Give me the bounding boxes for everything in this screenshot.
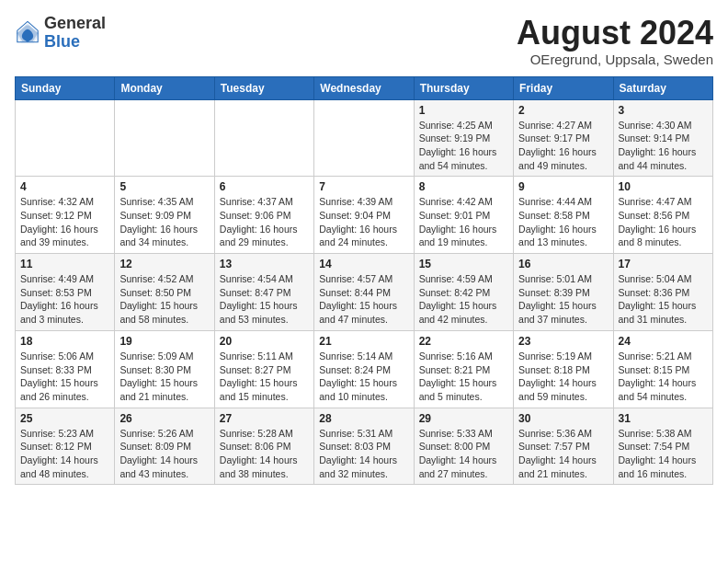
- calendar-cell: [115, 99, 214, 177]
- calendar-cell: 11Sunrise: 4:49 AM Sunset: 8:53 PM Dayli…: [16, 254, 115, 331]
- day-number: 18: [20, 335, 109, 348]
- day-number: 11: [20, 258, 109, 270]
- weekday-header-saturday: Saturday: [613, 76, 712, 99]
- calendar-cell: [16, 99, 115, 177]
- calendar-subtitle: OEregrund, Uppsala, Sweden: [517, 52, 713, 67]
- calendar-table: SundayMondayTuesdayWednesdayThursdayFrid…: [15, 76, 713, 486]
- calendar-cell: 25Sunrise: 5:23 AM Sunset: 8:12 PM Dayli…: [16, 408, 115, 485]
- day-info: Sunrise: 5:33 AM Sunset: 8:00 PM Dayligh…: [419, 427, 508, 481]
- day-info: Sunrise: 5:04 AM Sunset: 8:36 PM Dayligh…: [619, 272, 708, 327]
- day-number: 8: [419, 180, 508, 193]
- day-number: 31: [619, 412, 708, 425]
- day-info: Sunrise: 5:23 AM Sunset: 8:12 PM Dayligh…: [20, 427, 109, 481]
- day-info: Sunrise: 4:54 AM Sunset: 8:47 PM Dayligh…: [220, 272, 309, 327]
- day-number: 3: [619, 104, 708, 117]
- logo-general: General: [44, 15, 106, 33]
- logo-icon: [15, 20, 40, 46]
- day-number: 4: [20, 180, 109, 193]
- week-row-2: 4Sunrise: 4:32 AM Sunset: 9:12 PM Daylig…: [16, 177, 713, 254]
- day-number: 23: [518, 335, 608, 348]
- day-number: 22: [419, 335, 508, 348]
- day-number: 9: [518, 180, 608, 193]
- day-number: 25: [20, 412, 109, 425]
- weekday-header-thursday: Thursday: [414, 76, 513, 99]
- title-block: August 2024 OEregrund, Uppsala, Sweden: [517, 15, 713, 67]
- day-info: Sunrise: 4:27 AM Sunset: 9:17 PM Dayligh…: [518, 119, 608, 173]
- weekday-header-friday: Friday: [514, 76, 613, 99]
- week-row-3: 11Sunrise: 4:49 AM Sunset: 8:53 PM Dayli…: [16, 254, 713, 331]
- week-row-1: 1Sunrise: 4:25 AM Sunset: 9:19 PM Daylig…: [16, 99, 713, 177]
- day-info: Sunrise: 4:25 AM Sunset: 9:19 PM Dayligh…: [419, 119, 508, 173]
- day-info: Sunrise: 5:09 AM Sunset: 8:30 PM Dayligh…: [119, 350, 209, 404]
- day-number: 16: [518, 258, 608, 270]
- page-header: General Blue August 2024 OEregrund, Upps…: [15, 15, 713, 67]
- calendar-cell: 31Sunrise: 5:38 AM Sunset: 7:54 PM Dayli…: [613, 408, 712, 485]
- day-info: Sunrise: 4:44 AM Sunset: 8:58 PM Dayligh…: [518, 195, 608, 249]
- day-number: 12: [119, 258, 209, 270]
- day-number: 6: [220, 180, 309, 193]
- calendar-cell: 19Sunrise: 5:09 AM Sunset: 8:30 PM Dayli…: [115, 330, 214, 408]
- day-number: 1: [419, 104, 508, 117]
- day-info: Sunrise: 5:21 AM Sunset: 8:15 PM Dayligh…: [619, 350, 708, 404]
- day-number: 19: [119, 335, 209, 348]
- day-number: 2: [518, 104, 608, 117]
- day-info: Sunrise: 5:26 AM Sunset: 8:09 PM Dayligh…: [119, 427, 209, 481]
- day-info: Sunrise: 5:28 AM Sunset: 8:06 PM Dayligh…: [220, 427, 309, 481]
- day-info: Sunrise: 4:32 AM Sunset: 9:12 PM Dayligh…: [20, 195, 109, 249]
- day-info: Sunrise: 5:36 AM Sunset: 7:57 PM Dayligh…: [518, 427, 608, 481]
- calendar-cell: 21Sunrise: 5:14 AM Sunset: 8:24 PM Dayli…: [314, 330, 414, 408]
- calendar-cell: 12Sunrise: 4:52 AM Sunset: 8:50 PM Dayli…: [115, 254, 214, 331]
- day-info: Sunrise: 5:11 AM Sunset: 8:27 PM Dayligh…: [220, 350, 309, 404]
- calendar-cell: 1Sunrise: 4:25 AM Sunset: 9:19 PM Daylig…: [414, 99, 513, 177]
- logo: General Blue: [15, 15, 106, 52]
- calendar-cell: 27Sunrise: 5:28 AM Sunset: 8:06 PM Dayli…: [214, 408, 313, 485]
- calendar-cell: 9Sunrise: 4:44 AM Sunset: 8:58 PM Daylig…: [514, 177, 613, 254]
- calendar-cell: 29Sunrise: 5:33 AM Sunset: 8:00 PM Dayli…: [414, 408, 513, 485]
- day-info: Sunrise: 4:30 AM Sunset: 9:14 PM Dayligh…: [619, 119, 708, 173]
- day-info: Sunrise: 4:49 AM Sunset: 8:53 PM Dayligh…: [20, 272, 109, 327]
- calendar-cell: [314, 99, 414, 177]
- day-info: Sunrise: 4:37 AM Sunset: 9:06 PM Dayligh…: [220, 195, 309, 249]
- calendar-cell: 24Sunrise: 5:21 AM Sunset: 8:15 PM Dayli…: [613, 330, 712, 408]
- calendar-cell: 22Sunrise: 5:16 AM Sunset: 8:21 PM Dayli…: [414, 330, 513, 408]
- day-info: Sunrise: 5:14 AM Sunset: 8:24 PM Dayligh…: [319, 350, 408, 404]
- calendar-cell: 8Sunrise: 4:42 AM Sunset: 9:01 PM Daylig…: [414, 177, 513, 254]
- weekday-header-row: SundayMondayTuesdayWednesdayThursdayFrid…: [16, 76, 713, 99]
- day-info: Sunrise: 5:16 AM Sunset: 8:21 PM Dayligh…: [419, 350, 508, 404]
- day-number: 7: [319, 180, 408, 193]
- day-info: Sunrise: 4:39 AM Sunset: 9:04 PM Dayligh…: [319, 195, 408, 249]
- weekday-header-sunday: Sunday: [16, 76, 115, 99]
- weekday-header-tuesday: Tuesday: [214, 76, 313, 99]
- week-row-5: 25Sunrise: 5:23 AM Sunset: 8:12 PM Dayli…: [16, 408, 713, 485]
- weekday-header-monday: Monday: [115, 76, 214, 99]
- calendar-cell: 2Sunrise: 4:27 AM Sunset: 9:17 PM Daylig…: [514, 99, 613, 177]
- calendar-cell: 20Sunrise: 5:11 AM Sunset: 8:27 PM Dayli…: [214, 330, 313, 408]
- day-number: 14: [319, 258, 408, 270]
- day-number: 28: [319, 412, 408, 425]
- day-info: Sunrise: 5:38 AM Sunset: 7:54 PM Dayligh…: [619, 427, 708, 481]
- day-info: Sunrise: 4:47 AM Sunset: 8:56 PM Dayligh…: [619, 195, 708, 249]
- calendar-cell: 17Sunrise: 5:04 AM Sunset: 8:36 PM Dayli…: [613, 254, 712, 331]
- calendar-cell: 7Sunrise: 4:39 AM Sunset: 9:04 PM Daylig…: [314, 177, 414, 254]
- calendar-cell: 30Sunrise: 5:36 AM Sunset: 7:57 PM Dayli…: [514, 408, 613, 485]
- calendar-cell: 10Sunrise: 4:47 AM Sunset: 8:56 PM Dayli…: [613, 177, 712, 254]
- day-number: 30: [518, 412, 608, 425]
- week-row-4: 18Sunrise: 5:06 AM Sunset: 8:33 PM Dayli…: [16, 330, 713, 408]
- calendar-cell: 6Sunrise: 4:37 AM Sunset: 9:06 PM Daylig…: [214, 177, 313, 254]
- day-number: 27: [220, 412, 309, 425]
- weekday-header-wednesday: Wednesday: [314, 76, 414, 99]
- calendar-cell: 18Sunrise: 5:06 AM Sunset: 8:33 PM Dayli…: [16, 330, 115, 408]
- day-number: 26: [119, 412, 209, 425]
- day-number: 17: [619, 258, 708, 270]
- day-info: Sunrise: 5:01 AM Sunset: 8:39 PM Dayligh…: [518, 272, 608, 327]
- calendar-cell: 14Sunrise: 4:57 AM Sunset: 8:44 PM Dayli…: [314, 254, 414, 331]
- calendar-cell: 13Sunrise: 4:54 AM Sunset: 8:47 PM Dayli…: [214, 254, 313, 331]
- logo-text: General Blue: [44, 15, 106, 52]
- calendar-cell: 5Sunrise: 4:35 AM Sunset: 9:09 PM Daylig…: [115, 177, 214, 254]
- day-info: Sunrise: 4:42 AM Sunset: 9:01 PM Dayligh…: [419, 195, 508, 249]
- day-number: 24: [619, 335, 708, 348]
- day-number: 10: [619, 180, 708, 193]
- day-info: Sunrise: 5:06 AM Sunset: 8:33 PM Dayligh…: [20, 350, 109, 404]
- day-number: 5: [119, 180, 209, 193]
- day-number: 20: [220, 335, 309, 348]
